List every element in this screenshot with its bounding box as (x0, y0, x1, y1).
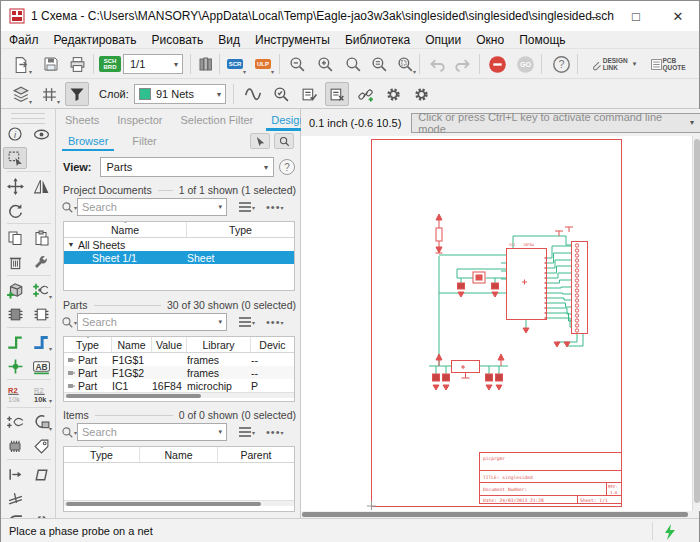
table-row[interactable]: ▼ All Sheets (64, 238, 294, 251)
copy-button[interactable] (3, 227, 27, 249)
help-button[interactable]: ? (549, 52, 573, 76)
junction-button[interactable] (3, 355, 27, 377)
sheet-selector[interactable]: 1/1▾ (123, 54, 183, 74)
attribute-button[interactable] (29, 435, 53, 457)
rotate-button[interactable] (3, 199, 27, 221)
documents-more-button[interactable]: •••▾ (266, 201, 284, 213)
table-row-selected[interactable]: Sheet 1/1 Sheet (64, 251, 294, 264)
sch-brd-toggle[interactable]: SCH BRD (98, 52, 122, 76)
library-button[interactable] (194, 52, 218, 76)
documents-col-type[interactable]: Type (187, 222, 294, 237)
documents-search-input[interactable]: Search ▾ (77, 198, 227, 216)
tab-selection-filter[interactable]: Selection Filter (172, 110, 263, 131)
items-col-name[interactable]: Name (140, 447, 218, 462)
view-selector[interactable]: Parts ▾ (100, 157, 274, 177)
items-horizontal-scrollbar[interactable] (64, 500, 294, 506)
table-row[interactable]: Part F1G$2 frames -- (64, 366, 294, 379)
add-part-button[interactable] (3, 279, 27, 301)
canvas-horizontal-scrollbar[interactable] (301, 511, 692, 518)
parts-col-value[interactable]: Value (152, 337, 187, 352)
zoom-fit-button[interactable] (367, 52, 391, 76)
add-device-button[interactable]: ▾ (29, 279, 53, 301)
settings-button[interactable] (381, 82, 405, 106)
table-row[interactable]: Part IC1 16F84 microchip P (64, 379, 294, 392)
tab-inspector[interactable]: Inspector (108, 110, 171, 131)
menu-file[interactable]: Файл (9, 33, 39, 47)
split-button[interactable] (3, 487, 27, 509)
documents-view-options-button[interactable]: ▾ (238, 201, 255, 213)
ulp-button[interactable]: ULP ▾ (251, 52, 275, 76)
zoom-redraw-button[interactable] (341, 52, 365, 76)
maximize-button[interactable]: □ (615, 1, 657, 31)
items-more-button[interactable]: •••▾ (266, 426, 284, 438)
zoom-to-button[interactable] (274, 133, 294, 149)
erc-button[interactable] (297, 82, 321, 106)
menu-edit[interactable]: Редактировать (54, 33, 137, 47)
subtab-browser[interactable]: Browser (56, 132, 120, 151)
value-button[interactable]: R210k▾ (29, 383, 53, 405)
close-button[interactable]: ✕ (657, 1, 699, 31)
save-button[interactable] (39, 52, 63, 76)
design-link-button[interactable]: DESIGN LINK ▾ (585, 52, 641, 76)
menu-options[interactable]: Опции (425, 33, 461, 47)
info-button[interactable]: i (3, 123, 27, 145)
stop-button[interactable] (485, 52, 509, 76)
smash-button[interactable]: ▾ (29, 411, 53, 433)
settings2-button[interactable] (409, 82, 433, 106)
name-button[interactable]: R210k (3, 383, 27, 405)
view-help-button[interactable]: ? (279, 159, 295, 175)
canvas-vertical-scrollbar[interactable] (692, 136, 700, 511)
bus-button[interactable]: ▾ (29, 331, 53, 353)
parts-search-input[interactable]: Search ▾ (77, 313, 227, 331)
erc-errors-button[interactable] (325, 82, 349, 106)
show-button[interactable] (29, 123, 53, 145)
net-button[interactable] (3, 331, 27, 353)
go-button[interactable]: GO (513, 52, 537, 76)
pin-swap-button[interactable] (3, 463, 27, 485)
items-col-parent[interactable]: Parent (218, 447, 294, 462)
pick-button[interactable] (250, 133, 270, 149)
zoom-out-button[interactable] (285, 52, 309, 76)
tab-sheets[interactable]: Sheets (56, 110, 108, 131)
polygon-button[interactable] (29, 463, 53, 485)
redo-button[interactable] (451, 52, 475, 76)
package-button[interactable] (3, 435, 27, 457)
menu-window[interactable]: Окно (476, 33, 504, 47)
expander-icon[interactable]: ▼ (64, 241, 78, 248)
export-button[interactable]: ▾ (9, 52, 33, 76)
menu-library[interactable]: Библиотека (345, 33, 410, 47)
gate-swap-button[interactable] (29, 303, 53, 325)
parts-col-device[interactable]: Devic (251, 337, 294, 352)
delete-button[interactable] (3, 251, 27, 273)
parts-col-library[interactable]: Library (187, 337, 251, 352)
schematic-canvas[interactable]: IC1 16F84 picprgmr TITLE: singlesided Do… (301, 136, 692, 511)
menu-draw[interactable]: Рисовать (151, 33, 203, 47)
items-search-input[interactable]: Search ▾ (77, 423, 227, 441)
invoke-button[interactable] (3, 303, 27, 325)
undo-button[interactable] (425, 52, 449, 76)
parts-more-button[interactable]: •••▾ (266, 316, 284, 328)
filter-button[interactable] (65, 82, 89, 106)
layer-selector[interactable]: 91 Nets ▾ (134, 84, 226, 104)
mirror-button[interactable] (29, 175, 53, 197)
command-line-input[interactable]: Click or press Ctrl+L key to activate co… (411, 113, 700, 133)
toolbar-grip[interactable] (11, 113, 45, 114)
print-button[interactable] (65, 52, 89, 76)
paste-button[interactable] (29, 227, 53, 249)
parts-col-name[interactable]: Name (112, 337, 152, 352)
layers-button[interactable]: ▾ (9, 82, 33, 106)
minimize-button[interactable]: – (573, 1, 615, 31)
menu-tools[interactable]: Инструменты (255, 33, 330, 47)
add-link-button[interactable] (353, 82, 377, 106)
items-view-options-button[interactable]: ▾ (238, 426, 255, 438)
table-row[interactable]: Part F1G$1 frames -- (64, 353, 294, 366)
parts-view-options-button[interactable]: ▾ (238, 316, 255, 328)
menu-help[interactable]: Помощь (519, 33, 565, 47)
phase-probe-button[interactable] (3, 411, 27, 433)
subtab-filter[interactable]: Filter (120, 132, 168, 151)
scr-button[interactable]: SCR ▾ (223, 52, 247, 76)
move-button[interactable] (3, 175, 27, 197)
group-select-button[interactable] (3, 147, 27, 169)
zoom-in-button[interactable] (313, 52, 337, 76)
label-button[interactable]: AB (29, 355, 53, 377)
